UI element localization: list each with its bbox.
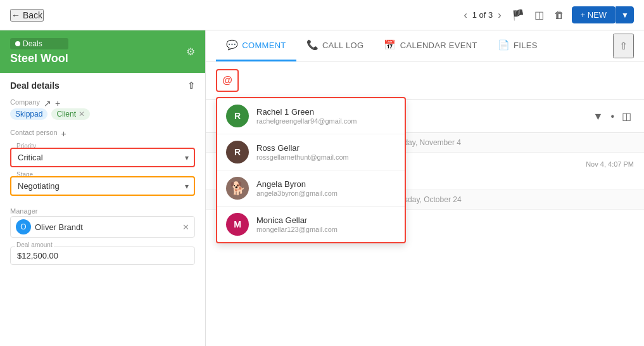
mention-email-2: angela3byron@gmail.com xyxy=(256,189,396,197)
stage-select-wrapper: Stage Negotiating Qualified Proposal Clo… xyxy=(10,176,195,196)
timeline-time-1: Nov 4, 4:07 PM xyxy=(586,160,634,168)
tag-close-icon[interactable]: ✕ xyxy=(79,110,85,119)
tabs: 💬 COMMENT 📞 CALL LOG 📅 CALENDAR EVENT 📄 … xyxy=(206,30,644,61)
tag-label: Client xyxy=(56,110,76,119)
flag-icon[interactable]: 🏴 xyxy=(509,6,527,23)
at-mention-button[interactable]: @ xyxy=(216,69,239,92)
mention-avatar-0: R xyxy=(226,105,249,127)
priority-field: Priority Critical High Medium Low xyxy=(10,148,195,167)
new-button-caret[interactable]: ▼ xyxy=(616,6,634,23)
tag-label: Skippad xyxy=(15,110,42,119)
manager-field: Manager O Oliver Brandt ✕ xyxy=(10,205,195,238)
deal-header-left: Deals Steel Wool xyxy=(10,38,68,65)
call-log-tab-icon: 📞 xyxy=(306,39,319,51)
gear-icon[interactable]: ⚙ xyxy=(186,46,195,58)
company-field: Company ↗ + Skippad Client ✕ xyxy=(10,98,195,120)
comment-area: @ R Rachel 1 Green rachelgreengellar94@g… xyxy=(206,61,644,346)
layout-icon[interactable]: ◫ xyxy=(532,6,546,23)
section-header: Deal details ⇧ xyxy=(10,80,195,91)
mention-avatar-3: M xyxy=(226,213,249,236)
tab-calendar-event[interactable]: 📅 CALENDAR EVENT xyxy=(374,30,487,61)
new-button-wrapper: + NEW ▼ xyxy=(572,6,634,23)
timeline-actions: ▼ • ◫ xyxy=(591,108,634,125)
pagination: ‹ 1 of 3 › xyxy=(461,7,503,23)
back-label: Back xyxy=(23,10,42,20)
mention-name-0: Rachel 1 Green xyxy=(256,107,396,117)
mention-item-0[interactable]: R Rachel 1 Green rachelgreengellar94@gma… xyxy=(217,98,405,134)
at-button-container: @ R Rachel 1 Green rachelgreengellar94@g… xyxy=(206,61,644,100)
chevron-up-icon[interactable]: ⇧ xyxy=(187,80,195,91)
mention-name-3: Monica Gellar xyxy=(256,215,396,225)
stage-select[interactable]: Negotiating Qualified Proposal Closing W… xyxy=(10,176,195,196)
mention-info-2: Angela Byron angela3byron@gmail.com xyxy=(256,179,396,197)
comment-tab-icon: 💬 xyxy=(226,39,238,51)
tab-call-log-label: CALL LOG xyxy=(322,41,364,50)
contact-label-row: Contact person + xyxy=(10,129,195,139)
mention-info-1: Ross Gellar rossgellarnethunt@gmail.com xyxy=(256,143,396,161)
contact-label: Contact person xyxy=(10,129,58,136)
mention-email-0: rachelgreengellar94@gmail.com xyxy=(256,117,396,125)
mention-info-3: Monica Gellar mongellar123@gmail.com xyxy=(256,215,396,233)
company-tag-client[interactable]: Client ✕ xyxy=(51,108,90,120)
add-company-icon[interactable]: + xyxy=(55,98,60,108)
deal-badge-text: Deals xyxy=(23,39,42,48)
priority-select-wrapper: Priority Critical High Medium Low xyxy=(10,148,195,167)
back-button[interactable]: ← Back xyxy=(10,9,44,22)
next-button[interactable]: › xyxy=(495,7,503,23)
priority-select-container: Critical High Medium Low xyxy=(10,148,195,167)
contact-field: Contact person + xyxy=(10,129,195,139)
tab-files[interactable]: 📄 FILES xyxy=(488,30,548,61)
mention-email-3: mongellar123@gmail.com xyxy=(256,226,396,233)
manager-avatar: O xyxy=(16,219,31,234)
files-tab-icon: 📄 xyxy=(498,39,510,51)
filter-icon[interactable]: ▼ xyxy=(591,108,606,125)
nav-left: ← Back xyxy=(10,9,44,22)
mention-avatar-1: R xyxy=(226,141,249,163)
stage-select-container: Negotiating Qualified Proposal Closing W… xyxy=(10,176,195,196)
deal-badge: Deals xyxy=(10,38,68,49)
left-panel: Deals Steel Wool ⚙ Deal details ⇧ Compan… xyxy=(0,30,206,346)
deal-details: Deal details ⇧ Company ↗ + Skippad Clien… xyxy=(0,73,205,346)
pagination-text: 1 of 3 xyxy=(472,10,493,20)
external-link-icon[interactable]: ↗ xyxy=(44,98,51,108)
company-tag-skippad[interactable]: Skippad xyxy=(10,108,47,120)
add-contact-icon[interactable]: + xyxy=(61,129,66,139)
mention-dropdown: R Rachel 1 Green rachelgreengellar94@gma… xyxy=(216,97,406,243)
prev-button[interactable]: ‹ xyxy=(461,7,469,23)
mention-item-1[interactable]: R Ross Gellar rossgellarnethunt@gmail.co… xyxy=(217,134,405,170)
deal-amount-wrapper: Deal amount $12,500.00 xyxy=(10,247,195,265)
copy-icon[interactable]: ◫ xyxy=(619,108,634,125)
new-button[interactable]: + NEW xyxy=(572,6,616,23)
deal-amount-field: Deal amount $12,500.00 xyxy=(10,247,195,265)
tab-comment-label: COMMENT xyxy=(242,41,286,50)
tab-calendar-label: CALENDAR EVENT xyxy=(400,41,477,50)
deal-title: Steel Wool xyxy=(10,52,68,65)
deal-amount-value: $12,500.00 xyxy=(10,247,195,265)
right-panel: 💬 COMMENT 📞 CALL LOG 📅 CALENDAR EVENT 📄 … xyxy=(206,30,644,346)
deal-badge-dot xyxy=(15,41,20,46)
back-arrow-icon: ← xyxy=(11,10,20,20)
mention-item-3[interactable]: M Monica Gellar mongellar123@gmail.com xyxy=(217,207,405,242)
priority-select[interactable]: Critical High Medium Low xyxy=(10,148,195,167)
tab-call-log[interactable]: 📞 CALL LOG xyxy=(296,30,374,61)
remove-manager-icon[interactable]: ✕ xyxy=(182,222,189,232)
manager-initial: O xyxy=(20,222,26,231)
company-label-row: Company ↗ + xyxy=(10,98,195,108)
mention-info-0: Rachel 1 Green rachelgreengellar94@gmail… xyxy=(256,107,396,125)
manager-row: O Oliver Brandt ✕ xyxy=(10,216,195,238)
tab-comment[interactable]: 💬 COMMENT xyxy=(216,30,296,61)
deal-header: Deals Steel Wool ⚙ xyxy=(0,30,205,73)
mention-name-2: Angela Byron xyxy=(256,179,396,189)
collapse-button[interactable]: ⇧ xyxy=(613,34,634,58)
tab-files-label: FILES xyxy=(514,41,538,50)
delete-icon[interactable]: 🗑 xyxy=(552,7,567,23)
mention-item-2[interactable]: 🐕 Angela Byron angela3byron@gmail.com xyxy=(217,170,405,207)
company-tags: Skippad Client ✕ xyxy=(10,108,195,120)
company-label: Company xyxy=(10,98,40,106)
deal-amount-label: Deal amount xyxy=(15,241,54,248)
manager-name: Oliver Brandt xyxy=(35,222,179,232)
section-title: Deal details xyxy=(10,80,60,91)
timeline-menu-icon[interactable]: • xyxy=(608,108,617,125)
mention-email-1: rossgellarnethunt@gmail.com xyxy=(256,153,396,161)
mention-name-1: Ross Gellar xyxy=(256,143,396,153)
